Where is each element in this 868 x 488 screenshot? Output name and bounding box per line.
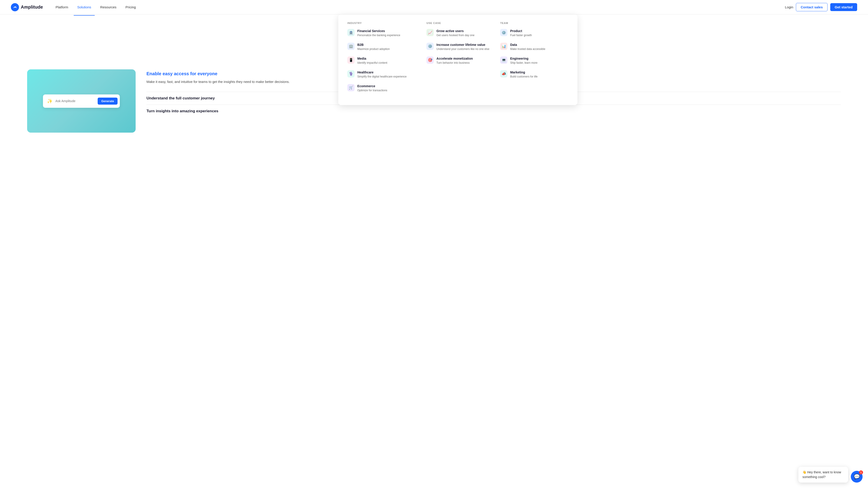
industry-media[interactable]: 📱 Media Identify impactful content [347,57,416,65]
data-subtitle: Make trusted data accessible [510,47,563,51]
industry-header: INDUSTRY [347,22,416,24]
team-data[interactable]: 📊 Data Make trusted data accessible [500,43,563,51]
healthcare-subtitle: Simplify the digital healthcare experien… [358,75,416,78]
use-case-header: USE CASE [427,22,489,24]
team-header: TEAM [500,22,563,24]
use-case-column: USE CASE 📈 Grow active users Get users h… [421,22,495,98]
accelerate-monetization-title: Accelerate monetization [436,57,489,61]
media-icon: 📱 [347,57,355,64]
nav-pricing[interactable]: Pricing [122,3,140,11]
product-icon: ⚙️ [500,29,507,36]
product-title: Product [510,29,563,33]
ecommerce-title: Ecommerce [358,84,416,88]
contact-sales-button[interactable]: Contact sales [796,3,828,11]
team-engineering[interactable]: 💻 Engineering Ship faster, learn more [500,57,563,65]
ecommerce-subtitle: Optimize for transactions [358,89,416,92]
nav-platform[interactable]: Platform [52,3,72,11]
team-product[interactable]: ⚙️ Product Fuel faster growth [500,29,563,37]
marketing-icon: 📣 [500,70,507,77]
b2b-subtitle: Maximize product adoption [358,47,416,51]
grow-active-users-title: Grow active users [436,29,489,33]
solutions-dropdown: INDUSTRY 🏦 Financial Services Personaliz… [338,14,578,105]
marketing-title: Marketing [510,70,563,74]
b2b-icon: 🏢 [347,43,355,50]
data-icon: 📊 [500,43,507,50]
grow-active-users-subtitle: Get users hooked from day one [436,33,489,37]
industry-column: INDUSTRY 🏦 Financial Services Personaliz… [347,22,421,98]
logo-icon [11,3,19,11]
increase-ltv-title: Increase customer lifetime value [436,43,489,47]
ask-amplitude-input[interactable] [55,99,95,103]
generate-button[interactable]: Generate [98,98,118,105]
logo[interactable]: Amplitude [11,3,43,11]
media-subtitle: Identify impactful content [358,61,416,65]
healthcare-title: Healthcare [358,70,416,74]
b2b-title: B2B [358,43,416,47]
insights-visual: ✨ Generate [27,69,135,133]
engineering-icon: 💻 [500,57,507,64]
navbar: Amplitude Platform Solutions Resources P… [0,0,868,14]
accordion-title-2: Turn insights into amazing experiences [147,109,841,113]
financial-services-title: Financial Services [358,29,416,33]
increase-ltv-icon: ⚙️ [427,43,434,50]
increase-ltv-subtitle: Understand your customers like no one el… [436,47,489,51]
industry-b2b[interactable]: 🏢 B2B Maximize product adoption [347,43,416,51]
login-button[interactable]: Login [785,5,794,9]
data-title: Data [510,43,563,47]
media-title: Media [358,57,416,61]
accelerate-monetization-subtitle: Turn behavior into business [436,61,489,65]
team-column: TEAM ⚙️ Product Fuel faster growth 📊 Dat… [495,22,568,98]
brand-name: Amplitude [21,4,43,10]
financial-services-subtitle: Personalize the banking experience [358,33,416,37]
usecase-accelerate-monetization[interactable]: 🎯 Accelerate monetization Turn behavior … [427,57,489,65]
nav-right: Login Contact sales Get started [785,3,857,11]
team-marketing[interactable]: 📣 Marketing Build customers for life [500,70,563,78]
accelerate-monetization-icon: 🎯 [427,57,434,64]
ask-amplitude-box: ✨ Generate [43,94,120,108]
ecommerce-icon: 🛒 [347,84,355,91]
ask-amplitude-icon: ✨ [47,98,53,104]
grow-active-users-icon: 📈 [427,29,434,36]
get-started-button[interactable]: Get started [830,3,857,11]
usecase-grow-active-users[interactable]: 📈 Grow active users Get users hooked fro… [427,29,489,37]
financial-services-icon: 🏦 [347,29,355,36]
usecase-increase-ltv[interactable]: ⚙️ Increase customer lifetime value Unde… [427,43,489,51]
industry-financial-services[interactable]: 🏦 Financial Services Personalize the ban… [347,29,416,37]
nav-resources[interactable]: Resources [96,3,120,11]
nav-links: Platform Solutions Resources Pricing [52,3,785,11]
accordion-item-2[interactable]: Turn insights into amazing experiences [147,105,841,118]
engineering-title: Engineering [510,57,563,61]
industry-ecommerce[interactable]: 🛒 Ecommerce Optimize for transactions [347,84,416,92]
nav-solutions[interactable]: Solutions [74,3,95,11]
industry-healthcare[interactable]: ⚕️ Healthcare Simplify the digital healt… [347,70,416,78]
engineering-subtitle: Ship faster, learn more [510,61,563,65]
dropdown-columns: INDUSTRY 🏦 Financial Services Personaliz… [347,22,568,98]
healthcare-icon: ⚕️ [347,70,355,77]
marketing-subtitle: Build customers for life [510,75,563,78]
product-subtitle: Fuel faster growth [510,33,563,37]
